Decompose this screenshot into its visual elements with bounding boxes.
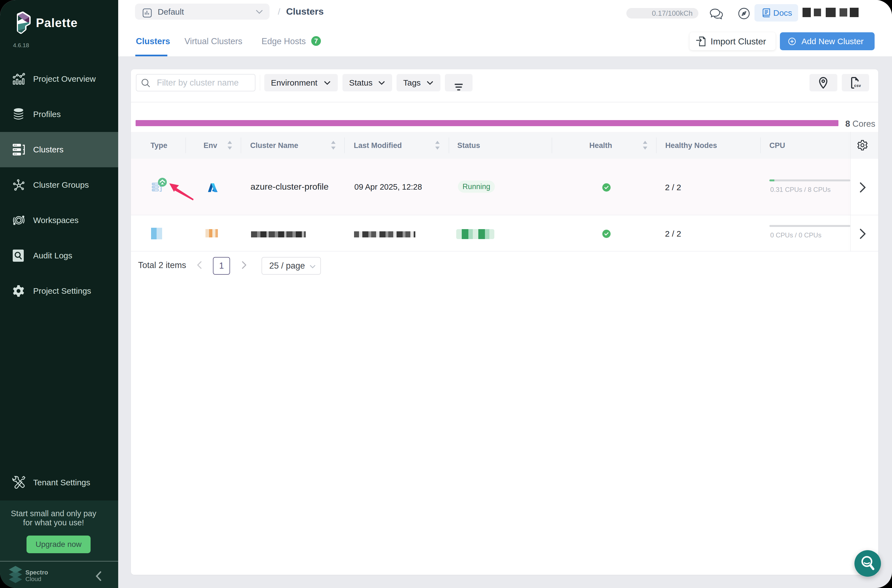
svg-text:csv: csv bbox=[854, 83, 861, 88]
